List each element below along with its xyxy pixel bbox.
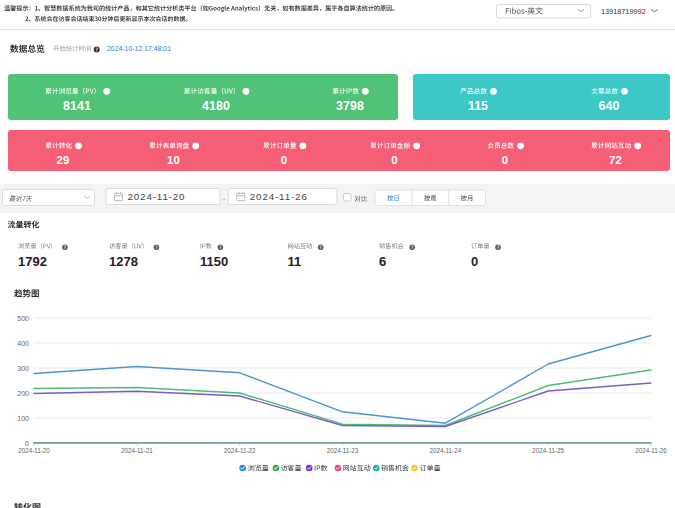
svg-text:0: 0 xyxy=(25,440,29,447)
svg-text:2024-11-26: 2024-11-26 xyxy=(635,447,667,454)
svg-text:2024-11-21: 2024-11-21 xyxy=(121,447,153,454)
svg-text:6: 6 xyxy=(379,254,386,269)
svg-text:0: 0 xyxy=(471,254,478,269)
svg-text:100: 100 xyxy=(17,415,29,422)
svg-text:2024-11-26: 2024-11-26 xyxy=(250,191,308,202)
svg-text:-: - xyxy=(223,194,226,203)
svg-text:400: 400 xyxy=(17,340,29,347)
svg-text:3798: 3798 xyxy=(336,99,364,113)
svg-text:0: 0 xyxy=(391,154,397,166)
svg-text:1278: 1278 xyxy=(109,254,138,269)
svg-text:2024-11-22: 2024-11-22 xyxy=(224,447,256,454)
svg-text:29: 29 xyxy=(57,154,70,166)
svg-text:4180: 4180 xyxy=(202,99,230,113)
svg-text:2024-10-12 17:48:01: 2024-10-12 17:48:01 xyxy=(107,45,171,52)
svg-text:2024-11-20: 2024-11-20 xyxy=(18,447,50,454)
svg-text:640: 640 xyxy=(599,99,620,113)
svg-text:2024-11-24: 2024-11-24 xyxy=(429,447,461,454)
svg-text:10: 10 xyxy=(167,154,180,166)
svg-text:2024-11-25: 2024-11-25 xyxy=(532,447,564,454)
svg-text:2024-11-20: 2024-11-20 xyxy=(128,191,186,202)
svg-text:1150: 1150 xyxy=(200,254,228,269)
svg-text:1792: 1792 xyxy=(18,254,47,269)
svg-text:0: 0 xyxy=(281,154,287,166)
svg-text:200: 200 xyxy=(17,390,29,397)
svg-text:72: 72 xyxy=(609,154,622,166)
svg-text:2024-11-23: 2024-11-23 xyxy=(327,447,359,454)
svg-text:11: 11 xyxy=(288,254,302,269)
svg-text:0: 0 xyxy=(502,154,508,166)
svg-text:500: 500 xyxy=(17,315,29,322)
svg-text:13918719992: 13918719992 xyxy=(601,7,646,16)
svg-text:115: 115 xyxy=(468,99,488,113)
svg-text:300: 300 xyxy=(17,365,29,372)
svg-text:8141: 8141 xyxy=(63,99,91,113)
